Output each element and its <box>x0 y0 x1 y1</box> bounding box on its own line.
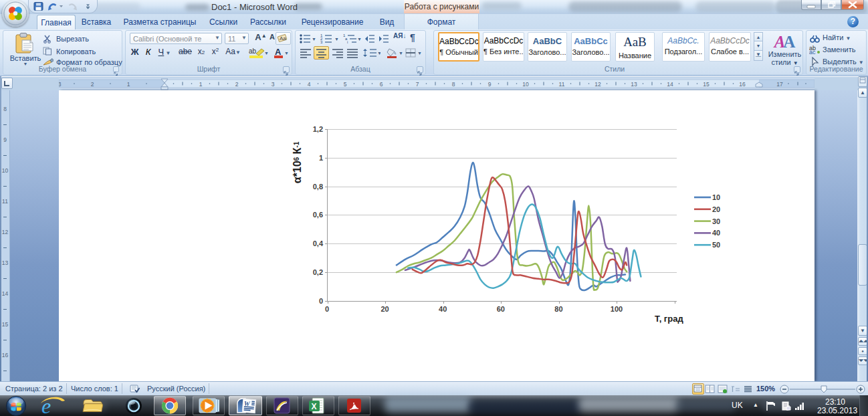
svg-text:13: 13 <box>2 259 9 266</box>
svg-text:▼: ▼ <box>264 51 268 56</box>
svg-text:15: 15 <box>703 81 710 88</box>
svg-text:40: 40 <box>439 305 447 313</box>
svg-text:50: 50 <box>712 241 720 249</box>
svg-text:13: 13 <box>631 81 637 88</box>
svg-text:20: 20 <box>381 305 389 313</box>
svg-text:10: 10 <box>522 81 529 88</box>
svg-text:Т, град: Т, град <box>655 314 683 324</box>
svg-text:0,2: 0,2 <box>313 268 323 276</box>
svg-text:A: A <box>275 47 282 57</box>
svg-text:15: 15 <box>2 321 9 328</box>
svg-text:1: 1 <box>127 81 130 88</box>
svg-text:1,2: 1,2 <box>313 125 323 133</box>
svg-text:X: X <box>312 402 317 411</box>
svg-text:1: 1 <box>199 81 203 88</box>
svg-text:10: 10 <box>2 167 9 174</box>
svg-text:3: 3 <box>272 81 275 88</box>
svg-text:30: 30 <box>712 217 720 225</box>
svg-text:8: 8 <box>3 106 7 112</box>
svg-text:8: 8 <box>452 81 455 88</box>
svg-text:11: 11 <box>559 81 565 88</box>
svg-text:0,8: 0,8 <box>313 183 323 191</box>
svg-text:2: 2 <box>235 81 239 88</box>
svg-text:20: 20 <box>712 205 720 213</box>
svg-text:▼: ▼ <box>377 51 381 56</box>
svg-text:3: 3 <box>59 81 62 88</box>
svg-text:40: 40 <box>712 229 720 237</box>
svg-text:11: 11 <box>2 198 8 205</box>
svg-text:0,6: 0,6 <box>313 211 323 219</box>
svg-text:▼: ▼ <box>284 51 289 56</box>
svg-text:9: 9 <box>3 136 7 143</box>
svg-text:0,4: 0,4 <box>313 239 324 247</box>
svg-text:▼: ▼ <box>417 51 422 56</box>
svg-text:16: 16 <box>2 352 9 358</box>
svg-text:100: 100 <box>611 305 623 313</box>
svg-text:▼: ▼ <box>334 37 339 41</box>
svg-text:10: 10 <box>712 193 720 201</box>
svg-text:Aa: Aa <box>280 35 286 41</box>
svg-text:▼: ▼ <box>312 37 316 41</box>
svg-text:3: 3 <box>320 40 323 44</box>
svg-text:14: 14 <box>667 81 673 88</box>
svg-text:0: 0 <box>325 305 329 313</box>
svg-text:17: 17 <box>776 81 783 88</box>
svg-text:12: 12 <box>594 81 601 88</box>
svg-text:1: 1 <box>319 154 323 162</box>
svg-text:16: 16 <box>739 81 746 88</box>
svg-text:▼: ▼ <box>399 51 403 56</box>
svg-text:ab: ab <box>249 47 257 55</box>
svg-text:14: 14 <box>2 290 9 297</box>
svg-text:60: 60 <box>497 305 505 313</box>
svg-text:9: 9 <box>488 81 492 88</box>
svg-text:80: 80 <box>554 305 562 313</box>
svg-text:7: 7 <box>416 81 419 88</box>
svg-text:12: 12 <box>2 229 9 235</box>
svg-text:6: 6 <box>380 81 383 88</box>
svg-text:▼: ▼ <box>357 37 362 41</box>
svg-text:0: 0 <box>319 297 323 305</box>
svg-text:α*106 К-1: α*106 К-1 <box>292 141 303 183</box>
svg-text:ac: ac <box>809 49 816 54</box>
svg-text:2: 2 <box>91 81 94 88</box>
svg-text:i: i <box>347 40 348 44</box>
svg-text:4: 4 <box>308 81 311 88</box>
svg-text:5: 5 <box>344 81 347 88</box>
